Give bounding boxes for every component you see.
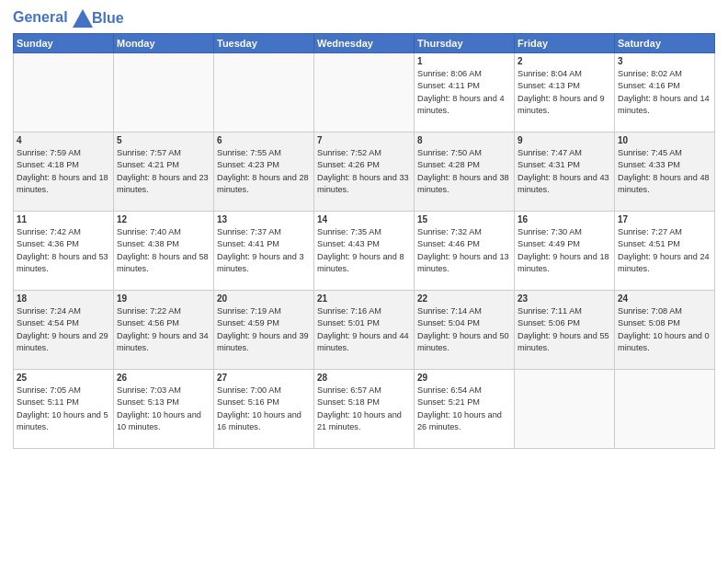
sunrise: Sunrise: 7:59 AM (17, 147, 110, 159)
daylight: Daylight: 8 hours and 33 minutes. (317, 172, 411, 197)
day-number: 14 (317, 214, 411, 224)
daylight: Daylight: 9 hours and 3 minutes. (217, 251, 311, 276)
calendar-cell (515, 370, 615, 449)
calendar-cell (114, 53, 214, 132)
calendar-week-4: 18Sunrise: 7:24 AMSunset: 4:54 PMDayligh… (14, 291, 715, 370)
calendar-week-3: 11Sunrise: 7:42 AMSunset: 4:36 PMDayligh… (14, 212, 715, 291)
calendar-cell: 16Sunrise: 7:30 AMSunset: 4:49 PMDayligh… (515, 212, 615, 291)
calendar-week-1: 1Sunrise: 8:06 AMSunset: 4:11 PMDaylight… (14, 53, 715, 132)
page-container: General Blue SundayMondayTuesdayWednesda… (0, 0, 728, 563)
daylight: Daylight: 8 hours and 43 minutes. (518, 172, 611, 197)
calendar-cell: 18Sunrise: 7:24 AMSunset: 4:54 PMDayligh… (14, 291, 114, 370)
sunset: Sunset: 4:31 PM (518, 159, 611, 171)
sunrise: Sunrise: 7:24 AM (17, 305, 110, 317)
daylight: Daylight: 9 hours and 18 minutes. (518, 251, 611, 276)
calendar-cell: 17Sunrise: 7:27 AMSunset: 4:51 PMDayligh… (615, 212, 715, 291)
day-number: 15 (417, 214, 511, 224)
daylight: Daylight: 10 hours and 16 minutes. (217, 409, 311, 434)
day-info: Sunrise: 7:42 AMSunset: 4:36 PMDaylight:… (17, 226, 110, 275)
daylight: Daylight: 8 hours and 58 minutes. (117, 251, 210, 276)
daylight: Daylight: 8 hours and 18 minutes. (17, 172, 110, 197)
sunrise: Sunrise: 7:32 AM (417, 226, 511, 238)
sunset: Sunset: 4:46 PM (417, 238, 511, 250)
sunrise: Sunrise: 7:52 AM (317, 147, 411, 159)
sunrise: Sunrise: 7:40 AM (117, 226, 210, 238)
calendar-table: SundayMondayTuesdayWednesdayThursdayFrid… (13, 33, 715, 449)
day-number: 2 (518, 56, 611, 66)
day-number: 12 (117, 214, 210, 224)
calendar-cell: 24Sunrise: 7:08 AMSunset: 5:08 PMDayligh… (615, 291, 715, 370)
daylight: Daylight: 8 hours and 53 minutes. (17, 251, 110, 276)
day-number: 6 (217, 135, 311, 145)
daylight: Daylight: 9 hours and 39 minutes. (217, 330, 311, 355)
daylight: Daylight: 9 hours and 13 minutes. (417, 251, 511, 276)
sunset: Sunset: 4:49 PM (518, 238, 611, 250)
calendar-cell: 8Sunrise: 7:50 AMSunset: 4:28 PMDaylight… (415, 132, 515, 212)
calendar-cell: 4Sunrise: 7:59 AMSunset: 4:18 PMDaylight… (14, 132, 114, 212)
daylight: Daylight: 8 hours and 48 minutes. (618, 172, 711, 197)
calendar-cell (615, 370, 715, 449)
sunset: Sunset: 4:11 PM (417, 80, 511, 92)
sunset: Sunset: 4:23 PM (217, 159, 311, 171)
sunrise: Sunrise: 6:57 AM (317, 385, 411, 396)
daylight: Daylight: 8 hours and 4 minutes. (417, 93, 511, 118)
calendar-cell: 2Sunrise: 8:04 AMSunset: 4:13 PMDaylight… (515, 53, 615, 132)
sunrise: Sunrise: 7:42 AM (17, 226, 110, 238)
calendar-cell: 26Sunrise: 7:03 AMSunset: 5:13 PMDayligh… (114, 370, 214, 449)
calendar-cell: 29Sunrise: 6:54 AMSunset: 5:21 PMDayligh… (415, 370, 515, 449)
sunrise: Sunrise: 8:04 AM (518, 68, 611, 80)
day-info: Sunrise: 7:59 AMSunset: 4:18 PMDaylight:… (17, 147, 110, 196)
sunset: Sunset: 5:16 PM (217, 396, 311, 408)
day-info: Sunrise: 7:16 AMSunset: 5:01 PMDaylight:… (317, 305, 411, 354)
sunset: Sunset: 4:43 PM (317, 238, 411, 250)
sunset: Sunset: 4:51 PM (618, 238, 711, 250)
daylight: Daylight: 8 hours and 9 minutes. (518, 93, 611, 118)
calendar-cell: 12Sunrise: 7:40 AMSunset: 4:38 PMDayligh… (114, 212, 214, 291)
day-number: 4 (17, 135, 110, 145)
sunset: Sunset: 4:54 PM (17, 317, 110, 329)
calendar-cell: 25Sunrise: 7:05 AMSunset: 5:11 PMDayligh… (14, 370, 114, 449)
sunrise: Sunrise: 7:50 AM (417, 147, 511, 159)
sunrise: Sunrise: 7:37 AM (217, 226, 311, 238)
day-number: 17 (618, 214, 711, 224)
sunrise: Sunrise: 7:45 AM (618, 147, 711, 159)
day-info: Sunrise: 8:06 AMSunset: 4:11 PMDaylight:… (417, 68, 511, 117)
day-number: 1 (417, 56, 511, 66)
header-sunday: Sunday (14, 34, 114, 53)
svg-marker-0 (73, 9, 93, 28)
day-number: 10 (618, 135, 711, 145)
day-info: Sunrise: 7:57 AMSunset: 4:21 PMDaylight:… (117, 147, 210, 196)
sunset: Sunset: 4:13 PM (518, 80, 611, 92)
sunset: Sunset: 4:38 PM (117, 238, 210, 250)
day-number: 29 (417, 373, 511, 383)
day-number: 13 (217, 214, 311, 224)
daylight: Daylight: 10 hours and 21 minutes. (317, 409, 411, 434)
day-number: 19 (117, 293, 210, 304)
daylight: Daylight: 9 hours and 34 minutes. (117, 330, 210, 355)
calendar-week-5: 25Sunrise: 7:05 AMSunset: 5:11 PMDayligh… (14, 370, 715, 449)
daylight: Daylight: 9 hours and 55 minutes. (518, 330, 611, 355)
daylight: Daylight: 9 hours and 8 minutes. (317, 251, 411, 276)
day-info: Sunrise: 8:02 AMSunset: 4:16 PMDaylight:… (618, 68, 711, 117)
sunrise: Sunrise: 7:55 AM (217, 147, 311, 159)
calendar-cell: 20Sunrise: 7:19 AMSunset: 4:59 PMDayligh… (214, 291, 314, 370)
day-info: Sunrise: 6:57 AMSunset: 5:18 PMDaylight:… (317, 385, 411, 433)
day-info: Sunrise: 7:22 AMSunset: 4:56 PMDaylight:… (117, 305, 210, 354)
calendar-cell (14, 53, 114, 132)
day-info: Sunrise: 7:55 AMSunset: 4:23 PMDaylight:… (217, 147, 311, 196)
header-tuesday: Tuesday (214, 34, 314, 53)
daylight: Daylight: 8 hours and 14 minutes. (618, 93, 711, 118)
day-info: Sunrise: 7:52 AMSunset: 4:26 PMDaylight:… (317, 147, 411, 196)
sunrise: Sunrise: 8:02 AM (618, 68, 711, 80)
sunset: Sunset: 5:18 PM (317, 396, 411, 408)
calendar-cell: 6Sunrise: 7:55 AMSunset: 4:23 PMDaylight… (214, 132, 314, 212)
sunrise: Sunrise: 7:00 AM (217, 385, 311, 396)
sunrise: Sunrise: 7:35 AM (317, 226, 411, 238)
logo-blue: Blue (92, 10, 124, 27)
sunrise: Sunrise: 7:57 AM (117, 147, 210, 159)
calendar-header-row: SundayMondayTuesdayWednesdayThursdayFrid… (14, 34, 715, 53)
sunrise: Sunrise: 7:14 AM (417, 305, 511, 317)
day-info: Sunrise: 7:50 AMSunset: 4:28 PMDaylight:… (417, 147, 511, 196)
sunrise: Sunrise: 7:11 AM (518, 305, 611, 317)
day-info: Sunrise: 7:05 AMSunset: 5:11 PMDaylight:… (17, 385, 110, 433)
